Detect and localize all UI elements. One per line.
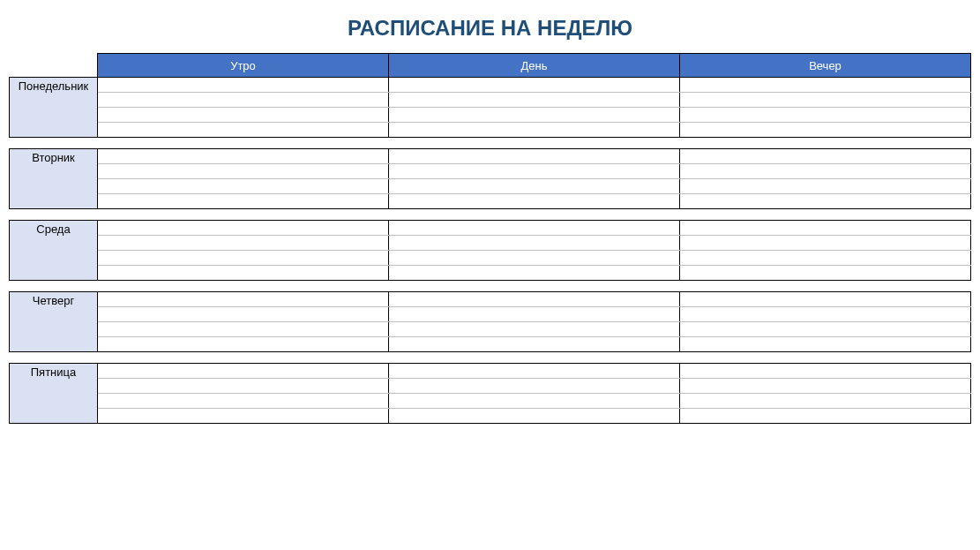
table-row: Понедельник [10, 78, 971, 93]
slot-cell[interactable] [680, 322, 971, 337]
slot-cell[interactable] [680, 409, 971, 424]
table-row [10, 322, 971, 337]
slot-cell[interactable] [98, 194, 389, 209]
slot-cell[interactable] [389, 307, 680, 322]
table-row: Четверг [10, 292, 971, 307]
slot-cell[interactable] [98, 236, 389, 251]
slot-cell[interactable] [98, 409, 389, 424]
slot-cell[interactable] [680, 394, 971, 409]
slot-cell[interactable] [98, 292, 389, 307]
spacer-row [10, 352, 971, 364]
slot-cell[interactable] [98, 394, 389, 409]
slot-cell[interactable] [680, 78, 971, 93]
slot-cell[interactable] [389, 292, 680, 307]
table-row: Пятница [10, 364, 971, 379]
slot-cell[interactable] [680, 221, 971, 236]
slot-cell[interactable] [680, 93, 971, 108]
slot-cell[interactable] [389, 123, 680, 138]
slot-cell[interactable] [389, 266, 680, 281]
slot-cell[interactable] [389, 236, 680, 251]
day-label: Четверг [10, 292, 98, 352]
slot-cell[interactable] [98, 221, 389, 236]
slot-cell[interactable] [389, 379, 680, 394]
slot-cell[interactable] [98, 379, 389, 394]
table-row [10, 379, 971, 394]
slot-cell[interactable] [680, 236, 971, 251]
slot-cell[interactable] [389, 251, 680, 266]
slot-cell[interactable] [680, 149, 971, 164]
day-label: Понедельник [10, 78, 98, 138]
table-row [10, 236, 971, 251]
table-row [10, 337, 971, 352]
day-label: Вторник [10, 149, 98, 209]
header-blank [10, 54, 98, 78]
slot-cell[interactable] [389, 179, 680, 194]
slot-cell[interactable] [98, 307, 389, 322]
slot-cell[interactable] [98, 123, 389, 138]
slot-cell[interactable] [98, 322, 389, 337]
slot-cell[interactable] [389, 322, 680, 337]
table-row [10, 123, 971, 138]
slot-cell[interactable] [389, 394, 680, 409]
slot-cell[interactable] [389, 108, 680, 123]
header-day: День [389, 54, 680, 78]
slot-cell[interactable] [389, 409, 680, 424]
schedule-table: Утро День Вечер Понедельник [9, 53, 971, 424]
slot-cell[interactable] [680, 379, 971, 394]
table-row [10, 164, 971, 179]
slot-cell[interactable] [98, 179, 389, 194]
slot-cell[interactable] [680, 108, 971, 123]
table-row [10, 251, 971, 266]
day-label: Пятница [10, 364, 98, 424]
header-evening: Вечер [680, 54, 971, 78]
page-title: РАСПИСАНИЕ НА НЕДЕЛЮ [0, 0, 980, 53]
spacer-row [10, 138, 971, 149]
slot-cell[interactable] [98, 164, 389, 179]
slot-cell[interactable] [389, 93, 680, 108]
table-row [10, 307, 971, 322]
table-row [10, 194, 971, 209]
slot-cell[interactable] [98, 93, 389, 108]
slot-cell[interactable] [680, 179, 971, 194]
header-morning: Утро [98, 54, 389, 78]
slot-cell[interactable] [98, 364, 389, 379]
slot-cell[interactable] [389, 164, 680, 179]
header-row: Утро День Вечер [10, 54, 971, 78]
table-row [10, 266, 971, 281]
slot-cell[interactable] [680, 194, 971, 209]
table-row [10, 108, 971, 123]
table-row [10, 394, 971, 409]
slot-cell[interactable] [680, 337, 971, 352]
slot-cell[interactable] [98, 149, 389, 164]
slot-cell[interactable] [680, 123, 971, 138]
table-row [10, 179, 971, 194]
slot-cell[interactable] [98, 337, 389, 352]
slot-cell[interactable] [389, 194, 680, 209]
slot-cell[interactable] [680, 164, 971, 179]
slot-cell[interactable] [98, 251, 389, 266]
table-row: Среда [10, 221, 971, 236]
slot-cell[interactable] [389, 337, 680, 352]
day-label: Среда [10, 221, 98, 281]
table-row: Вторник [10, 149, 971, 164]
slot-cell[interactable] [680, 307, 971, 322]
slot-cell[interactable] [389, 149, 680, 164]
slot-cell[interactable] [389, 78, 680, 93]
slot-cell[interactable] [680, 292, 971, 307]
slot-cell[interactable] [680, 364, 971, 379]
slot-cell[interactable] [680, 251, 971, 266]
spacer-row [10, 281, 971, 292]
slot-cell[interactable] [389, 221, 680, 236]
slot-cell[interactable] [389, 364, 680, 379]
slot-cell[interactable] [98, 266, 389, 281]
table-row [10, 409, 971, 424]
slot-cell[interactable] [680, 266, 971, 281]
spacer-row [10, 209, 971, 221]
slot-cell[interactable] [98, 78, 389, 93]
schedule-wrapper: Утро День Вечер Понедельник [0, 53, 980, 433]
table-row [10, 93, 971, 108]
slot-cell[interactable] [98, 108, 389, 123]
